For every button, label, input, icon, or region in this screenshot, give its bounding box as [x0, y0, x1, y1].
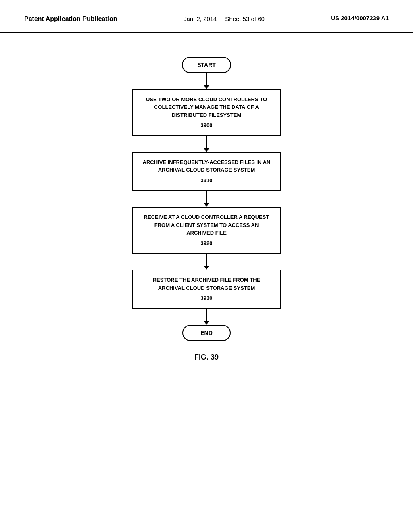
process-box-3900: USE TWO OR MORE CLOUD CONTROLLERS TO COL… — [132, 89, 281, 136]
process-step-3910: 3910 — [141, 177, 272, 185]
arrow-line-4 — [206, 254, 207, 266]
start-terminal: START — [182, 57, 231, 73]
process-step-3900: 3900 — [141, 121, 272, 129]
arrow-head-4 — [204, 266, 209, 270]
arrow-line-2 — [206, 136, 207, 148]
process-step-3920: 3920 — [141, 239, 272, 247]
arrow-2 — [204, 136, 209, 152]
start-label: START — [197, 62, 216, 68]
page: Patent Application Publication Jan. 2, 2… — [0, 0, 413, 532]
process-box-3930: RESTORE THE ARCHIVED FILE FROM THE ARCHI… — [132, 270, 281, 309]
arrow-3 — [204, 191, 209, 207]
process-step-3930: 3930 — [141, 294, 272, 302]
arrow-4 — [204, 254, 209, 270]
flowchart: START USE TWO OR MORE CLOUD CONTROLLERS … — [0, 33, 413, 362]
sheet-number: Sheet 53 of 60 — [225, 15, 265, 22]
arrow-line-3 — [206, 191, 207, 203]
figure-caption: FIG. 39 — [194, 353, 219, 362]
sheet-info: Jan. 2, 2014 Sheet 53 of 60 — [184, 15, 265, 24]
publication-label: Patent Application Publication — [24, 15, 117, 23]
arrow-line-1 — [206, 73, 207, 85]
process-text-3930: RESTORE THE ARCHIVED FILE FROM THE ARCHI… — [141, 276, 272, 292]
arrow-head-3 — [204, 203, 209, 207]
page-header: Patent Application Publication Jan. 2, 2… — [0, 0, 413, 33]
process-box-3910: ARCHIVE INFREQUENTLY-ACCESSED FILES IN A… — [132, 152, 281, 191]
patent-number: US 2014/0007239 A1 — [331, 15, 389, 21]
arrow-line-5 — [206, 309, 207, 321]
arrow-head-5 — [204, 321, 209, 325]
end-terminal: END — [182, 325, 231, 341]
process-text-3920: RECEIVE AT A CLOUD CONTROLLER A REQUEST … — [141, 213, 272, 237]
process-text-3900: USE TWO OR MORE CLOUD CONTROLLERS TO COL… — [141, 96, 272, 119]
publication-date: Jan. 2, 2014 — [184, 15, 217, 22]
arrow-head-2 — [204, 148, 209, 152]
process-text-3910: ARCHIVE INFREQUENTLY-ACCESSED FILES IN A… — [141, 158, 272, 174]
arrow-head-1 — [204, 85, 209, 89]
end-label: END — [200, 330, 213, 336]
arrow-5 — [204, 309, 209, 325]
process-box-3920: RECEIVE AT A CLOUD CONTROLLER A REQUEST … — [132, 207, 281, 254]
arrow-1 — [204, 73, 209, 89]
